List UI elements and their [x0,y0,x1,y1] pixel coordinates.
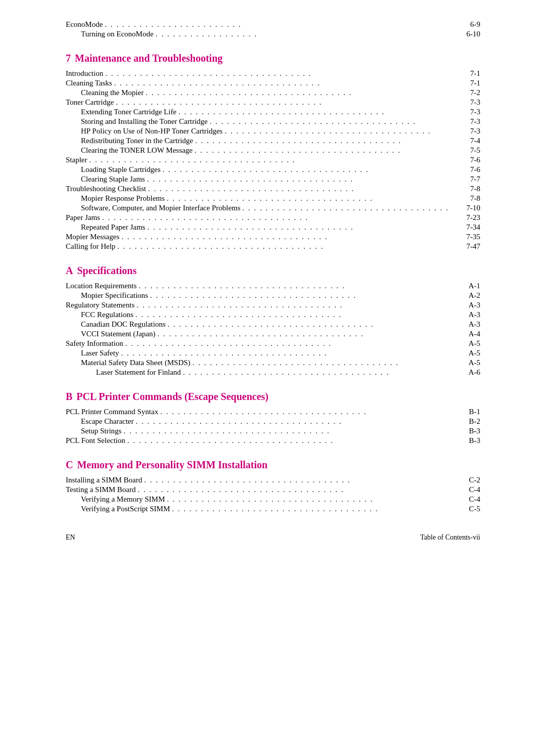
toc-row: Installing a SIMM Board. . . . . . . . .… [66,476,480,484]
toc-label: PCL Printer Command Syntax [66,408,158,416]
toc-row: FCC Regulations. . . . . . . . . . . . .… [66,310,480,319]
toc-page: A-2 [460,291,480,300]
toc-row-turning-econoMode: Turning on EconoMode . . . . . . . . . .… [66,30,480,38]
toc-dots: . . . . . . . . . . . . . . . . . . . . … [114,79,458,87]
toc-row: Laser Statement for Finland. . . . . . .… [66,368,480,377]
toc-label: Toner Cartridge [66,98,114,107]
toc-label: Laser Safety [81,349,119,358]
toc-page: C-5 [460,505,480,513]
toc-page: B-3 [460,436,480,445]
toc-row: Location Requirements. . . . . . . . . .… [66,282,480,290]
toc-dots: . . . . . . . . . . . . . . . . . . . . … [224,127,458,136]
toc-row: Testing a SIMM Board. . . . . . . . . . … [66,485,480,494]
sections-container: 7Maintenance and TroubleshootingIntroduc… [66,53,480,513]
toc-dots: . . . . . . . . . . . . . . . . . . . . … [117,242,458,251]
toc-page: A-3 [460,301,480,309]
toc-row: Laser Safety. . . . . . . . . . . . . . … [66,349,480,358]
section-title: Maintenance and Troubleshooting [75,53,222,64]
toc-label: Troubleshooting Checklist [66,185,146,193]
section-number: A [66,265,73,276]
toc-label: Cleaning the Mopier [81,88,144,97]
toc-row: Regulatory Statements. . . . . . . . . .… [66,301,480,309]
section-title: Specifications [77,265,136,276]
toc-page: 7-3 [460,108,480,116]
toc-label: Regulatory Statements [66,301,134,309]
toc-row: PCL Font Selection. . . . . . . . . . . … [66,436,480,445]
toc-page: 6-9 [460,20,480,29]
toc-dots: . . . . . . . . . . . . . . . . . . . . … [167,194,458,203]
section-heading-B: BPCL Printer Commands (Escape Sequences) [66,391,480,403]
toc-page: 7-8 [460,185,480,193]
toc-page: 6-10 [460,30,480,38]
toc-page: B-3 [460,427,480,435]
toc-dots: . . . . . . . . . . . . . . . . . . . . … [125,339,458,348]
toc-dots: . . . . . . . . . . . . . . . . . . . . … [105,20,458,29]
toc-row: Setup Strings. . . . . . . . . . . . . .… [66,427,480,435]
toc-page: A-4 [460,330,480,338]
toc-row: Paper Jams. . . . . . . . . . . . . . . … [66,213,480,222]
toc-row: PCL Printer Command Syntax. . . . . . . … [66,408,480,416]
toc-page: A-6 [460,368,480,377]
section-number: B [66,391,72,402]
toc-dots: . . . . . . . . . . . . . . . . . . . . … [243,204,458,212]
toc-row: Repeated Paper Jams. . . . . . . . . . .… [66,223,480,232]
toc-label: FCC Regulations [81,310,133,319]
toc-dots: . . . . . . . . . . . . . . . . . . . . … [138,485,458,494]
toc-dots: . . . . . . . . . . . . . . . . . . . . … [195,146,458,155]
toc-label: Turning on EconoMode [81,30,154,38]
toc-label: Clearing Staple Jams [81,175,145,184]
toc-label: Location Requirements [66,282,136,290]
toc-dots: . . . . . . . . . . . . . . . . . . . . … [102,213,458,222]
toc-row: Storing and Installing the Toner Cartrid… [66,117,480,126]
toc-label: PCL Font Selection [66,436,125,445]
toc-row: Mopier Specifications. . . . . . . . . .… [66,291,480,300]
toc-page: 7-8 [460,194,480,203]
toc-label: Calling for Help [66,242,115,251]
toc-row: Toner Cartridge. . . . . . . . . . . . .… [66,98,480,107]
toc-page: A-1 [460,282,480,290]
toc-label: Stapler [66,156,87,164]
toc-label: Installing a SIMM Board [66,476,142,484]
toc-page: 7-4 [460,137,480,145]
toc-row: Verifying a PostScript SIMM. . . . . . .… [66,505,480,513]
toc-dots: . . . . . . . . . . . . . . . . . . . . … [172,505,458,513]
toc-page: 7-3 [460,117,480,126]
section-heading-A: ASpecifications [66,265,480,277]
toc-page: 7-23 [460,213,480,222]
top-entries: EconoMode . . . . . . . . . . . . . . . … [66,20,480,38]
toc-label: Repeated Paper Jams [81,223,145,232]
toc-dots: . . . . . . . . . . . . . . . . . . . . … [210,117,458,126]
section-number: C [66,459,73,470]
toc-label: Software, Computer, and Mopier Interface… [81,204,241,212]
toc-dots: . . . . . . . . . . . . . . . . . . . . … [150,291,458,300]
toc-row: Software, Computer, and Mopier Interface… [66,204,480,212]
toc-row: Redistributing Toner in the Cartridge. .… [66,137,480,145]
toc-page: C-2 [460,476,480,484]
toc-dots: . . . . . . . . . . . . . . . . . . . . … [157,330,458,338]
toc-page: B-1 [460,408,480,416]
toc-label: Material Safety Data Sheet (MSDS) [81,359,191,367]
toc-row: Clearing Staple Jams. . . . . . . . . . … [66,175,480,184]
toc-label: Extending Toner Cartridge Life [81,108,176,116]
toc-dots: . . . . . . . . . . . . . . . . . . . . … [160,408,458,416]
toc-row: Calling for Help. . . . . . . . . . . . … [66,242,480,251]
toc-dots: . . . . . . . . . . . . . . . . . . . . … [89,156,459,164]
toc-row: Cleaning the Mopier. . . . . . . . . . .… [66,88,480,97]
toc-row: Verifying a Memory SIMM. . . . . . . . .… [66,495,480,504]
toc-label: Setup Strings [81,427,121,435]
toc-label: Mopier Specifications [81,291,148,300]
toc-row: Escape Character. . . . . . . . . . . . … [66,417,480,426]
toc-dots: . . . . . . . . . . . . . . . . . . . . … [178,108,458,116]
toc-page: 7-2 [460,88,480,97]
toc-label: Verifying a Memory SIMM [81,495,165,504]
toc-row: Extending Toner Cartridge Life. . . . . … [66,108,480,116]
toc-label: Escape Character [81,417,134,426]
toc-page: B-2 [460,417,480,426]
toc-page: A-3 [460,320,480,329]
toc-dots: . . . . . . . . . . . . . . . . . . . . … [148,185,458,193]
toc-row: Troubleshooting Checklist. . . . . . . .… [66,185,480,193]
toc-row: Canadian DOC Regulations. . . . . . . . … [66,320,480,329]
toc-page: 7-6 [460,165,480,174]
toc-page: A-5 [460,349,480,358]
toc-page: 7-6 [460,156,480,164]
